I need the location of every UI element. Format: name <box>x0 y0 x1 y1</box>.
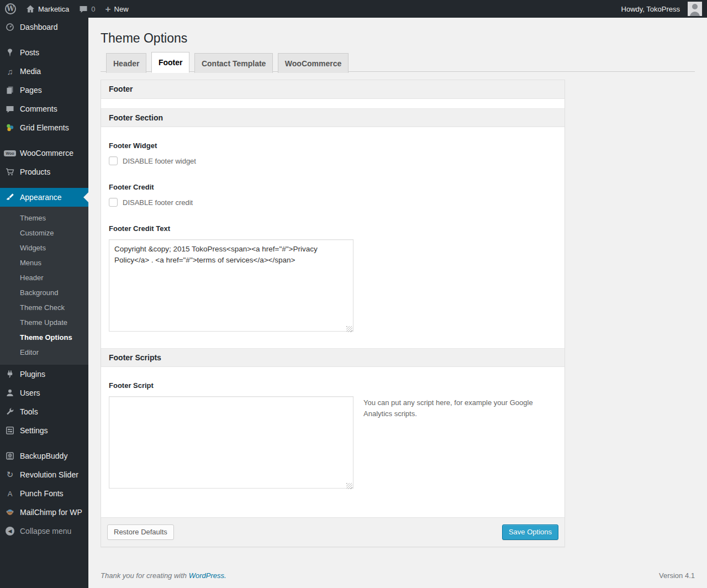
version-text: Version 4.1 <box>659 571 695 580</box>
sidebar-item-revolution-slider[interactable]: ↻ Revolution Slider <box>0 465 88 484</box>
sidebar-item-settings[interactable]: Settings <box>0 421 88 440</box>
sidebar-item-plugins[interactable]: Plugins <box>0 365 88 384</box>
sidebar-item-label: Plugins <box>20 370 45 379</box>
sidebar-item-tools[interactable]: Tools <box>0 402 88 421</box>
new-content-menu[interactable]: + New <box>101 0 134 18</box>
footer-credit-checkbox-row: DISABLE footer credit <box>109 198 557 207</box>
dashboard-icon <box>4 22 15 33</box>
submenu-item-customize[interactable]: Customize <box>0 225 88 240</box>
sidebar-item-label: Tools <box>20 407 38 416</box>
submenu-item-widgets[interactable]: Widgets <box>0 240 88 255</box>
sidebar-item-appearance[interactable]: Appearance <box>0 188 88 207</box>
footer-heading-bar: Footer <box>101 80 564 99</box>
footer-thanks-prefix: Thank you for creating with <box>101 571 187 580</box>
sidebar-item-users[interactable]: Users <box>0 384 88 402</box>
sidebar-item-label: MailChimp for WP <box>20 508 82 517</box>
footer-widget-checkbox-label[interactable]: DISABLE footer widget <box>123 157 196 165</box>
pages-icon <box>4 85 15 96</box>
wordpress-logo-menu[interactable]: W <box>0 0 21 18</box>
sidebar-item-mailchimp[interactable]: MailChimp for WP <box>0 503 88 522</box>
tab-header[interactable]: Header <box>106 53 146 73</box>
footer-scripts-body: Footer Script You can put any script her… <box>101 367 564 517</box>
footer-script-textarea[interactable] <box>109 396 354 489</box>
revolution-slider-icon: ↻ <box>4 469 15 480</box>
sidebar-item-label: Users <box>20 389 40 397</box>
sidebar-item-label: WooCommerce <box>20 149 73 158</box>
collapse-menu-icon: ◀ <box>4 526 15 537</box>
sidebar-item-label: Revolution Slider <box>20 470 78 479</box>
sidebar-item-posts[interactable]: Posts <box>0 43 88 62</box>
tab-footer[interactable]: Footer <box>151 52 190 73</box>
mailchimp-monkey-icon <box>4 507 15 518</box>
footer-section-body: Footer Widget DISABLE footer widget Foot… <box>101 127 564 348</box>
restore-defaults-button[interactable]: Restore Defaults <box>107 524 174 540</box>
comments-icon <box>4 103 15 114</box>
sidebar-item-media[interactable]: ♫ Media <box>0 62 88 81</box>
wordpress-link[interactable]: WordPress. <box>189 571 226 580</box>
sidebar-item-label: Punch Fonts <box>20 489 64 498</box>
wrench-icon <box>4 406 15 417</box>
submenu-item-header[interactable]: Header <box>0 270 88 285</box>
sidebar-item-label: Media <box>20 67 41 76</box>
sidebar-item-label: Grid Elements <box>20 123 69 132</box>
sidebar-item-grid-elements[interactable]: Grid Elements <box>0 118 88 137</box>
sidebar-item-punch-fonts[interactable]: A Punch Fonts <box>0 484 88 503</box>
sidebar-item-comments[interactable]: Comments <box>0 99 88 118</box>
sidebar-item-backupbuddy[interactable]: BackupBuddy <box>0 447 88 465</box>
admin-bar: W Marketica 0 + New Howdy, TokoPress <box>0 0 707 18</box>
my-account-menu[interactable]: Howdy, TokoPress <box>616 0 707 18</box>
sidebar-item-label: Comments <box>20 104 57 113</box>
sidebar-item-pages[interactable]: Pages <box>0 81 88 99</box>
page-footer: Thank you for creating with WordPress. V… <box>101 571 695 580</box>
sidebar-item-label: Collapse menu <box>20 527 71 536</box>
backupbuddy-icon <box>4 450 15 461</box>
site-name: Marketica <box>38 5 69 13</box>
submenu-item-theme-check[interactable]: Theme Check <box>0 300 88 315</box>
sidebar-item-dashboard[interactable]: Dashboard <box>0 18 88 36</box>
panel-action-bar: Restore Defaults Save Options <box>101 517 564 547</box>
appearance-submenu: Themes Customize Widgets Menus Header Ba… <box>0 207 88 365</box>
site-link[interactable]: Marketica <box>21 0 74 18</box>
tab-woocommerce[interactable]: WooCommerce <box>278 53 349 73</box>
sidebar-item-label: Settings <box>20 426 48 435</box>
footer-credit-checkbox-label[interactable]: DISABLE footer credit <box>123 198 193 207</box>
submenu-item-theme-update[interactable]: Theme Update <box>0 315 88 330</box>
footer-scripts-heading-bar: Footer Scripts <box>101 348 564 367</box>
appearance-brush-icon <box>4 192 15 203</box>
comment-bubble-icon <box>79 5 88 13</box>
plus-icon: + <box>105 4 111 14</box>
save-options-button[interactable]: Save Options <box>502 524 558 540</box>
comments-counter[interactable]: 0 <box>74 0 100 18</box>
grid-elements-icon <box>4 122 15 133</box>
sidebar-item-label: Dashboard <box>20 23 58 32</box>
footer-widget-label: Footer Widget <box>109 141 557 150</box>
home-icon <box>26 4 35 13</box>
submenu-item-themes[interactable]: Themes <box>0 211 88 225</box>
footer-credit-text-textarea[interactable]: Copyright &copy; 2015 TokoPress<span><a … <box>109 239 354 332</box>
punch-fonts-icon: A <box>4 488 15 499</box>
page-title: Theme Options <box>101 18 695 52</box>
submenu-item-background[interactable]: Background <box>0 285 88 300</box>
theme-options-panel: Footer Footer Section Footer Widget DISA… <box>101 80 565 547</box>
plug-icon <box>4 369 15 380</box>
footer-credit-text-label: Footer Credit Text <box>109 224 557 233</box>
cart-icon <box>4 166 15 177</box>
avatar <box>688 2 702 16</box>
submenu-item-menus[interactable]: Menus <box>0 255 88 270</box>
sidebar-item-label: BackupBuddy <box>20 452 67 460</box>
submenu-item-theme-options[interactable]: Theme Options <box>0 330 88 345</box>
submenu-item-editor[interactable]: Editor <box>0 345 88 360</box>
footer-credit-checkbox[interactable] <box>109 198 118 207</box>
footer-section-heading-bar: Footer Section <box>101 108 564 127</box>
sidebar-item-woocommerce[interactable]: Woo WooCommerce <box>0 144 88 162</box>
sidebar-item-label: Appearance <box>20 193 62 202</box>
sidebar-item-collapse-menu[interactable]: ◀ Collapse menu <box>0 522 88 540</box>
footer-credit-label: Footer Credit <box>109 183 557 191</box>
new-label: New <box>114 5 129 13</box>
sidebar-item-products[interactable]: Products <box>0 162 88 181</box>
footer-widget-checkbox[interactable] <box>109 156 118 165</box>
sidebar-item-label: Pages <box>20 86 42 95</box>
sidebar-item-label: Posts <box>20 48 39 57</box>
tab-contact-template[interactable]: Contact Template <box>194 53 273 73</box>
tab-bar: Header Footer Contact Template WooCommer… <box>101 52 695 72</box>
